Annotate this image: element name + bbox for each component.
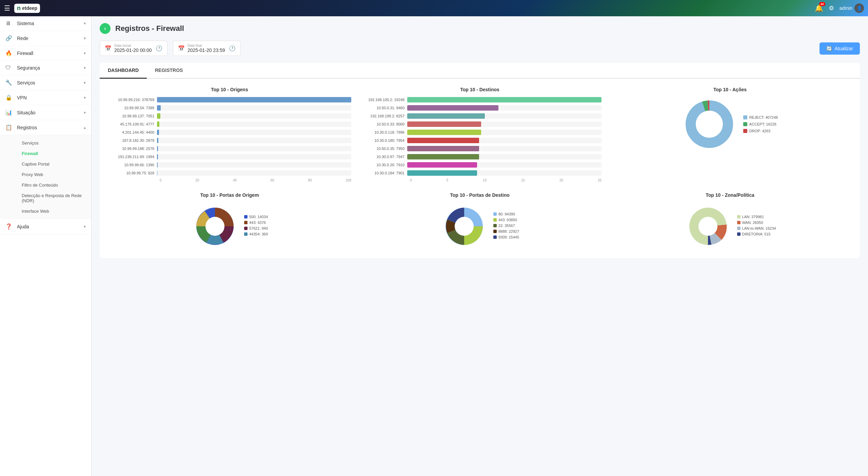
pie-destino-legend: 80: 94390 443: 93850 22: 35567 8888: 229… (493, 212, 519, 241)
legend-item: 8888: 22927 (498, 229, 519, 233)
logo-text: etdeep (22, 5, 37, 11)
notification-badge: 40 (819, 2, 825, 6)
wrench-icon: 🔧 (5, 79, 14, 86)
chart-portas-destino: Top 10 - Portas de Destino 80: 94390 (358, 192, 601, 250)
sidebar-sub-proxy-web[interactable]: Proxy Web (16, 169, 91, 180)
clock-end-icon: 🕐 (229, 45, 236, 52)
charts-row-1: Top 10 - Origens 10.99.99.216: 378769 10… (108, 87, 852, 182)
chevron-down-icon: ▾ (84, 51, 86, 56)
legend-item: WAN: 26050 (742, 221, 763, 225)
legend-drop: DROP: 4263 (743, 129, 778, 133)
sidebar-sub-ndr[interactable]: Detecção e Resposta de Rede (NDR) (16, 190, 91, 206)
chevron-down-icon: ▾ (84, 65, 86, 70)
chart-destinos: Top 10 - Destinos 192.168.100.2: 19248 1… (358, 87, 601, 182)
sidebar-item-rede[interactable]: 🔗 Rede ▾ (0, 31, 91, 46)
menu-icon[interactable]: ☰ (4, 4, 10, 12)
bar-label: 191.238.211.69: 1994 (108, 155, 157, 159)
pie-zona-svg (684, 203, 732, 250)
bar-chart-origens: 10.99.99.216: 378769 10.99.99.54: 7399 1… (108, 97, 351, 182)
chart-destinos-title: Top 10 - Destinos (358, 87, 601, 92)
pie-zona-legend: LAN: 379981 WAN: 26050 LAN-to-WAN: 16234… (737, 215, 776, 238)
bar-label: 10.99.99.75: 828 (108, 171, 157, 175)
bar-label: 45.179.109.91: 4777 (108, 122, 157, 126)
date-filter-row: 📅 Data inicial 2025-01-20 00:00 🕐 📅 Data… (100, 41, 860, 56)
bar-label: 10.50.0.31: 9460 (358, 106, 407, 110)
sidebar-item-vpn[interactable]: 🔒 VPN ▾ (0, 90, 91, 105)
charts-row-2: Top 10 - Portas de Origem (108, 192, 852, 250)
bar-label: 10.99.99.66: 1390 (108, 163, 157, 167)
atualizar-button[interactable]: 🔄 Atualizar (820, 42, 860, 55)
chart-acoes: Top 10 - Ações (608, 87, 852, 182)
clock-start-icon: 🕐 (156, 45, 162, 52)
legend-accept-label: ACCEPT: 16226 (749, 122, 776, 126)
sidebar-sub-servicos[interactable]: Serviços (16, 138, 91, 148)
notification-button[interactable]: 🔔 40 (815, 4, 823, 12)
sidebar-label-registros: Registros (17, 125, 84, 130)
svg-point-3 (697, 112, 721, 136)
chart-origens-title: Top 10 - Origens (108, 87, 351, 92)
pie-origem-legend: 500: 14034 443: 4376 57621: 940 44354: 3… (244, 215, 268, 238)
logo: n etdeep (14, 4, 40, 13)
calendar-start-icon: 📅 (105, 45, 112, 52)
page-header: ‹ Registros - Firewall (100, 23, 860, 34)
chevron-down-icon: ▾ (84, 224, 86, 229)
back-button[interactable]: ‹ (100, 23, 111, 34)
date-start-field[interactable]: 📅 Data inicial 2025-01-20 00:00 🕐 (100, 41, 167, 56)
bar-label: 192.168.199.2: 8257 (358, 114, 407, 118)
legend-item: LAN: 379981 (742, 215, 764, 219)
main-content: ‹ Registros - Firewall 📅 Data inicial 20… (92, 16, 868, 476)
sidebar-item-firewall[interactable]: 🔥 Firewall ▾ (0, 46, 91, 61)
refresh-icon: 🔄 (826, 46, 832, 51)
pie-zona-area: LAN: 379981 WAN: 26050 LAN-to-WAN: 16234… (608, 203, 852, 250)
svg-point-7 (455, 217, 474, 236)
bar-label: 10.30.0.180: 7954 (358, 138, 407, 142)
bar-label: 10.30.0.20: 7910 (358, 163, 407, 167)
sidebar-item-situacao[interactable]: 📊 Situação ▾ (0, 105, 91, 120)
date-end-label: Data final (188, 44, 225, 47)
legend-item: 500: 14034 (249, 215, 268, 219)
sidebar-label-vpn: VPN (17, 95, 84, 100)
admin-label: admin (840, 5, 852, 11)
sidebar-sub-firewall[interactable]: Firewall (16, 148, 91, 159)
legend-item: 80: 94390 (498, 212, 515, 216)
sidebar-item-sistema[interactable]: 🖥 Sistema ▾ (0, 16, 91, 31)
sidebar-label-situacao: Situação (17, 110, 84, 115)
donut-legend: REJECT: 407248 ACCEPT: 16226 DROP: 4263 (743, 115, 778, 133)
sidebar-sub-interface-web[interactable]: Interface Web (16, 206, 91, 216)
avatar: 👤 (854, 3, 864, 13)
help-icon: ❓ (5, 223, 14, 230)
pie-origem-svg (191, 203, 239, 250)
sidebar-item-ajuda[interactable]: ❓ Ajuda ▾ (0, 219, 91, 234)
pie-portas-origem-area: 500: 14034 443: 4376 57621: 940 44354: 3… (108, 203, 351, 250)
sidebar-item-seguranca[interactable]: 🛡 Segurança ▾ (0, 61, 91, 75)
sidebar-label-firewall: Firewall (17, 51, 84, 56)
logo-n: n (17, 5, 21, 12)
bar-label: 10.99.99.188: 2578 (108, 147, 157, 151)
bar-label: 10.30.0.184: 7901 (358, 171, 407, 175)
sidebar-sub-filtro[interactable]: Filtro de Conteúdo (16, 180, 91, 190)
legend-item: 22: 35567 (498, 224, 515, 228)
sidebar-item-registros[interactable]: 📋 Registros ▴ (0, 120, 91, 135)
settings-icon[interactable]: ⚙ (829, 4, 834, 12)
tab-dashboard[interactable]: DASHBOARD (100, 63, 147, 79)
sidebar-sub-captive[interactable]: Captive Portal (16, 159, 91, 169)
chart-acoes-title: Top 10 - Ações (608, 87, 852, 92)
chart-portas-origem-title: Top 10 - Portas de Origem (108, 192, 351, 198)
bar-label: 10.30.0.97: 7947 (358, 155, 407, 159)
bar-chart-destinos: 192.168.100.2: 19248 10.50.0.31: 9460 19… (358, 97, 601, 182)
bar-label: 10.99.99.54: 7399 (108, 106, 157, 110)
svg-point-9 (698, 217, 717, 236)
atualizar-label: Atualizar (835, 46, 853, 51)
sidebar-item-servicos[interactable]: 🔧 Serviços ▾ (0, 75, 91, 90)
chevron-down-icon: ▾ (84, 95, 86, 100)
legend-item: LAN-to-WAN: 16234 (742, 226, 776, 230)
chart-portas-origem: Top 10 - Portas de Origem (108, 192, 351, 250)
bar-label: 10.50.0.33: 8000 (358, 122, 407, 126)
date-end-field[interactable]: 📅 Data final 2025-01-20 23:59 🕐 (173, 41, 241, 56)
tab-registros[interactable]: REGISTROS (147, 63, 191, 79)
legend-item: 9309: 15445 (498, 235, 519, 239)
admin-area[interactable]: admin 👤 (840, 3, 864, 13)
legend-item: 443: 93850 (498, 218, 517, 222)
chart-zona-title: Top 10 - Zona/Política (608, 192, 852, 198)
legend-reject: REJECT: 407248 (743, 115, 778, 119)
